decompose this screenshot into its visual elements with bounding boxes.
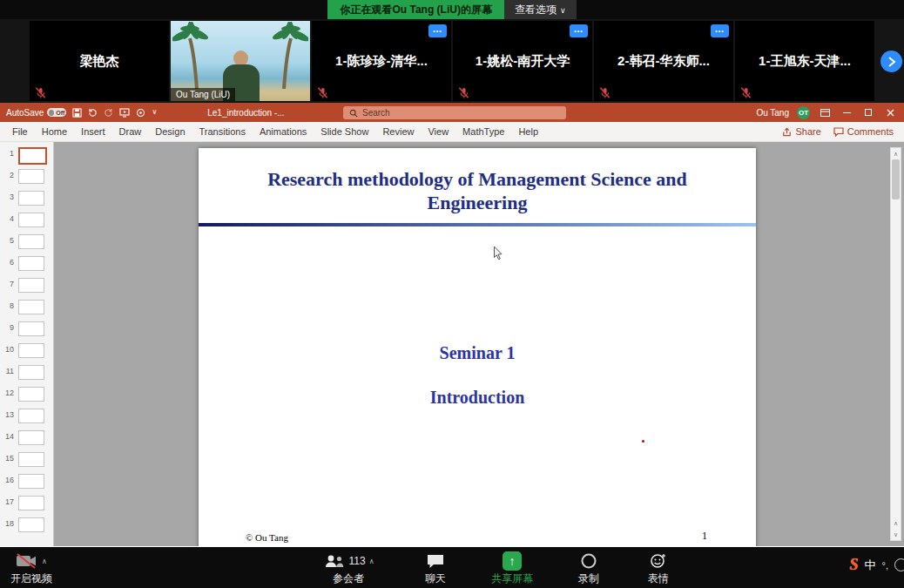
tab-slide-show[interactable]: Slide Show bbox=[314, 122, 375, 141]
slide-thumbnail[interactable]: 16 bbox=[0, 472, 53, 494]
restore-button[interactable] bbox=[861, 103, 875, 122]
slide-thumbnail[interactable]: 7 bbox=[0, 276, 53, 298]
participants-caret-icon[interactable]: ∧ bbox=[369, 558, 374, 565]
tab-animations[interactable]: Animations bbox=[253, 122, 314, 141]
document-title[interactable]: Le1_introduction -... bbox=[207, 108, 284, 118]
slide-thumbnail[interactable]: 9 bbox=[0, 320, 53, 341]
slide-thumbnail[interactable]: 5 bbox=[0, 233, 53, 254]
previous-slide-icon[interactable]: ∧ bbox=[894, 517, 898, 529]
chat-button[interactable]: 聊天 bbox=[409, 550, 462, 585]
thumb-number: 15 bbox=[4, 452, 14, 463]
thumb-number: 4 bbox=[4, 213, 14, 223]
tab-help[interactable]: Help bbox=[511, 122, 545, 141]
save-icon[interactable] bbox=[72, 108, 82, 118]
slide-title-text[interactable]: Research methodology of Management Scien… bbox=[199, 148, 756, 215]
camera-off-icon bbox=[16, 553, 38, 569]
tab-insert[interactable]: Insert bbox=[74, 122, 112, 141]
search-box[interactable]: Search bbox=[343, 106, 566, 119]
thumb-preview bbox=[18, 278, 44, 293]
slide-thumbnail[interactable]: 15 bbox=[0, 450, 53, 472]
ime-emoji-icon[interactable] bbox=[894, 558, 904, 571]
chat-label: 聊天 bbox=[409, 572, 462, 585]
ime-punctuation-toggle[interactable]: °, bbox=[882, 560, 888, 571]
laser-dot bbox=[642, 440, 644, 443]
thumb-preview bbox=[18, 517, 44, 532]
touch-mouse-mode-icon[interactable] bbox=[136, 108, 145, 118]
ime-language-toggle[interactable]: 中 bbox=[865, 558, 876, 573]
tab-draw[interactable]: Draw bbox=[112, 122, 149, 141]
account-avatar[interactable]: OT bbox=[797, 106, 810, 119]
reactions-label: 表情 bbox=[634, 572, 683, 585]
start-video-button[interactable]: ∧ 开启视频 bbox=[0, 550, 63, 585]
slide-thumbnail[interactable]: 8 bbox=[0, 298, 53, 320]
tile-more-button[interactable]: ••• bbox=[428, 24, 447, 37]
mic-muted-icon bbox=[458, 87, 469, 98]
slide-thumbnail[interactable]: 3 bbox=[0, 189, 53, 211]
slide-thumbnail[interactable]: 11 bbox=[0, 363, 53, 385]
comments-icon bbox=[833, 127, 844, 137]
thumb-preview bbox=[18, 191, 44, 206]
share-icon bbox=[782, 127, 792, 137]
slide-thumbnail[interactable]: 12 bbox=[0, 385, 53, 407]
participant-name: 1-姚松-南开大学 bbox=[476, 53, 570, 70]
introduction-text[interactable]: Introduction bbox=[199, 388, 756, 408]
close-button[interactable] bbox=[883, 103, 897, 122]
slide-canvas[interactable]: Research methodology of Management Scien… bbox=[199, 148, 756, 546]
view-options-button[interactable]: 查看选项∨ bbox=[504, 0, 577, 19]
minimize-button[interactable] bbox=[840, 103, 853, 122]
thumb-preview bbox=[18, 213, 44, 227]
scrollbar-thumb[interactable] bbox=[892, 159, 900, 199]
tab-view[interactable]: View bbox=[421, 122, 455, 141]
tab-home[interactable]: Home bbox=[35, 122, 74, 141]
participant-tile[interactable]: 梁艳杰 bbox=[30, 21, 169, 101]
tab-file[interactable]: File bbox=[5, 122, 35, 141]
participant-tile[interactable]: 1-王旭东-天津... bbox=[735, 21, 874, 101]
next-participants-button[interactable] bbox=[880, 51, 902, 72]
undo-icon[interactable] bbox=[88, 108, 98, 118]
tile-more-button[interactable]: ••• bbox=[570, 24, 588, 37]
vertical-scrollbar[interactable]: ∧ ∧ ∨ bbox=[890, 147, 901, 541]
slide-thumbnail[interactable]: 17 bbox=[0, 494, 53, 516]
slide-thumbnail[interactable]: 6 bbox=[0, 254, 53, 276]
sogou-input-icon[interactable]: S bbox=[850, 556, 859, 574]
thumb-preview bbox=[18, 409, 44, 423]
slide-footer-text[interactable]: © Ou Tang bbox=[246, 532, 288, 543]
slide-thumbnail[interactable]: 2 bbox=[0, 167, 53, 189]
palm-tree-graphic bbox=[260, 21, 308, 89]
comments-button[interactable]: Comments bbox=[833, 126, 894, 137]
participant-tile-video[interactable]: Ou Tang (LiU) bbox=[171, 21, 310, 101]
slide-thumbnail[interactable]: 4 bbox=[0, 211, 53, 233]
slide-thumbnail[interactable]: 10 bbox=[0, 341, 53, 363]
tab-review[interactable]: Review bbox=[375, 122, 421, 141]
scroll-up-icon[interactable]: ∧ bbox=[894, 148, 898, 159]
video-options-caret-icon[interactable]: ∧ bbox=[42, 558, 47, 565]
share-screen-button[interactable]: ↑ 共享屏幕 bbox=[481, 550, 543, 585]
slideshow-icon[interactable] bbox=[119, 108, 130, 118]
participant-tile[interactable]: ••• 1-姚松-南开大学 bbox=[453, 21, 592, 101]
participant-tile[interactable]: ••• 2-韩召-华东师... bbox=[594, 21, 733, 101]
redo-icon[interactable] bbox=[104, 108, 113, 118]
slide-page-number[interactable]: 1 bbox=[702, 530, 707, 543]
ribbon-display-options-icon[interactable] bbox=[818, 103, 832, 122]
tab-design[interactable]: Design bbox=[148, 122, 192, 141]
slide-thumbnail[interactable]: 13 bbox=[0, 407, 53, 429]
account-name[interactable]: Ou Tang bbox=[756, 108, 789, 118]
share-button[interactable]: Share bbox=[782, 126, 820, 137]
participant-tile[interactable]: ••• 1-陈珍珍-清华... bbox=[312, 21, 451, 101]
next-slide-icon[interactable]: ∨ bbox=[894, 529, 898, 540]
ppt-workspace: 1 2 3 4 5 6 7 8 9 10 11 12 13 14 15 16 1… bbox=[0, 142, 904, 546]
slide-thumbnail[interactable]: 18 bbox=[0, 516, 53, 537]
slide-thumbnail[interactable]: 1 bbox=[0, 145, 53, 167]
seminar-text[interactable]: Seminar 1 bbox=[199, 343, 756, 363]
tab-transitions[interactable]: Transitions bbox=[192, 122, 253, 141]
title-divider-rule bbox=[199, 223, 756, 226]
mic-muted-icon bbox=[35, 87, 46, 98]
slide-thumbnail[interactable]: 14 bbox=[0, 429, 53, 450]
tile-more-button[interactable]: ••• bbox=[711, 24, 729, 37]
thumb-preview bbox=[18, 234, 44, 249]
reactions-button[interactable]: 表情 bbox=[634, 550, 683, 585]
autosave-toggle[interactable]: AutoSave Off bbox=[6, 108, 66, 118]
record-button[interactable]: 录制 bbox=[564, 550, 613, 585]
participants-button[interactable]: 113 ∧ 参会者 bbox=[314, 550, 383, 585]
tab-mathtype[interactable]: MathType bbox=[455, 122, 511, 141]
